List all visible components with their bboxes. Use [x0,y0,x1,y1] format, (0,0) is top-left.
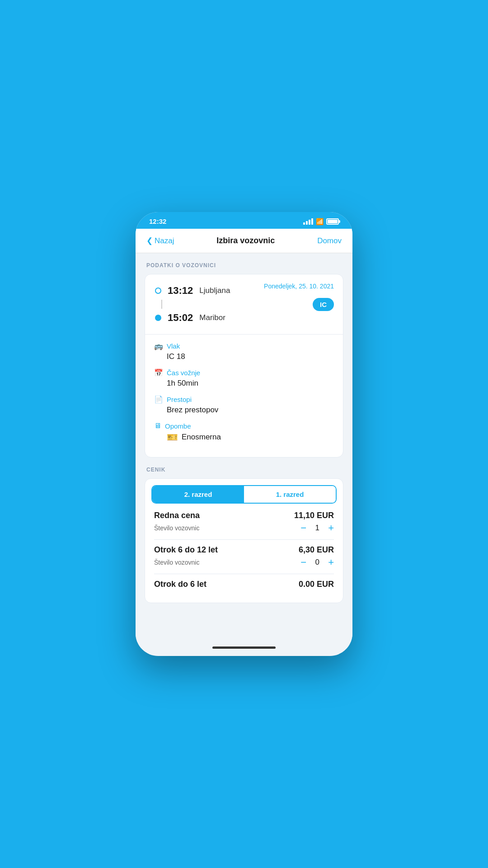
back-label: Nazaj [155,236,174,245]
arrival-time: 15:02 [168,312,193,324]
redna-cena-qty: 1 [313,524,322,533]
otrok-6-12-qty: 0 [313,558,322,567]
ticket-direction-icon: 🎫 [167,432,178,443]
chevron-left-icon: ❮ [146,236,153,245]
departure-time: 13:12 [168,285,193,297]
details-section: 🚌 Vlak IC 18 📅 Čas vožnje 1h 50min 📄 [145,335,343,457]
cas-voznje-row: 📅 Čas vožnje 1h 50min [154,368,334,388]
travel-date: Ponedeljek, 25. 10. 2021 [264,283,334,290]
transfers-value: Brez prestopov [154,406,334,415]
status-bar: 12:32 📶 [136,212,352,229]
divider-2 [154,574,334,574]
arrival-station: Maribor [199,313,225,322]
route-stops: 13:12 Ljubljana 15:02 Maribor [154,283,230,326]
otrok-6-main: Otrok do 6 let 0.00 EUR [154,580,334,589]
main-content: PODATKI O VOZOVNICI 13:12 Ljubljana [136,253,352,642]
otrok-6-12-row: Otrok 6 do 12 let 6,30 EUR Število vozov… [154,545,334,567]
prestopi-row: 📄 Prestopi Brez prestopov [154,395,334,415]
otrok-6-label: Otrok do 6 let [154,580,206,589]
train-type-badge: IC [313,298,334,311]
ticket-data-section-label: PODATKI O VOZOVNICI [145,262,343,269]
otrok-6-12-price: 6,30 EUR [299,545,334,555]
cas-voznje-label: 📅 Čas vožnje [154,368,334,377]
pricing-section-label: CENIK [145,467,343,473]
stop-line [161,300,162,309]
train-icon: 🚌 [154,342,163,350]
divider-1 [154,539,334,540]
otrok-6-12-sub-label: Število vozovnic [154,559,199,566]
otrok-6-12-qty-control: − 0 + [300,557,334,567]
stop-circle-empty [155,288,161,294]
departure-icon [154,287,162,295]
stop-circle-filled [155,315,161,321]
vlak-row: 🚌 Vlak IC 18 [154,342,334,361]
otrok-6-12-plus-button[interactable]: + [328,557,334,567]
direction-value: 🎫 Enosmerna [154,432,334,443]
route-right: Ponedeljek, 25. 10. 2021 IC [264,283,334,311]
wifi-icon: 📶 [316,218,324,225]
arrival-icon [154,314,162,322]
home-indicator [136,642,352,656]
nav-bar: ❮ Nazaj Izbira vozovnic Domov [136,229,352,253]
class-tabs: 2. razred 1. razred [151,485,337,504]
pricing-content: Redna cena 11,10 EUR Število vozovnic − … [145,504,343,603]
departure-station: Ljubljana [199,286,230,295]
vlak-label: 🚌 Vlak [154,342,334,350]
otrok-6-12-label: Otrok 6 do 12 let [154,545,218,555]
opombe-label: 🖥 Opombe [154,422,334,430]
redna-cena-row: Redna cena 11,10 EUR Število vozovnic − … [154,511,334,533]
stop-connector [154,299,230,310]
redna-cena-price: 11,10 EUR [294,511,334,520]
notes-icon: 🖥 [154,422,161,430]
calendar-icon: 📅 [154,368,163,377]
redna-cena-minus-button[interactable]: − [300,523,306,533]
route-header: 13:12 Ljubljana 15:02 Maribor [154,283,334,326]
otrok-6-12-sub: Število vozovnic − 0 + [154,557,334,567]
redna-cena-plus-button[interactable]: + [328,523,334,533]
home-bar [212,646,276,649]
departure-stop: 13:12 Ljubljana [154,283,230,299]
time-display: 12:32 [149,217,166,225]
redna-cena-label: Redna cena [154,511,200,520]
route-card: 13:12 Ljubljana 15:02 Maribor [145,274,343,458]
pricing-card: 2. razred 1. razred Redna cena 11,10 EUR… [145,478,343,603]
home-button[interactable]: Domov [317,236,342,245]
redna-cena-sub-label: Število vozovnic [154,524,199,532]
arrival-stop: 15:02 Maribor [154,310,230,326]
redna-cena-sub: Število vozovnic − 1 + [154,523,334,533]
otrok-6-price: 0.00 EUR [299,580,334,589]
redna-cena-main: Redna cena 11,10 EUR [154,511,334,520]
otrok-6-12-minus-button[interactable]: − [300,557,306,567]
signal-bars-icon [303,218,313,225]
status-icons: 📶 [303,218,339,225]
opombe-row: 🖥 Opombe 🎫 Enosmerna [154,422,334,443]
tab-1st-class[interactable]: 1. razred [244,486,336,503]
otrok-6-12-main: Otrok 6 do 12 let 6,30 EUR [154,545,334,555]
back-button[interactable]: ❮ Nazaj [146,236,174,245]
otrok-6-row: Otrok do 6 let 0.00 EUR [154,580,334,589]
travel-time: 1h 50min [154,379,334,388]
redna-cena-qty-control: − 1 + [300,523,334,533]
route-section: 13:12 Ljubljana 15:02 Maribor [145,274,343,335]
transfer-icon: 📄 [154,395,163,404]
page-title: Izbira vozovnic [216,236,275,245]
train-name: IC 18 [154,352,334,361]
prestopi-label: 📄 Prestopi [154,395,334,404]
tab-2nd-class[interactable]: 2. razred [152,486,244,503]
battery-icon [326,218,339,225]
phone-frame: 12:32 📶 ❮ Nazaj Izbira vozovnic Domov PO… [136,212,352,656]
